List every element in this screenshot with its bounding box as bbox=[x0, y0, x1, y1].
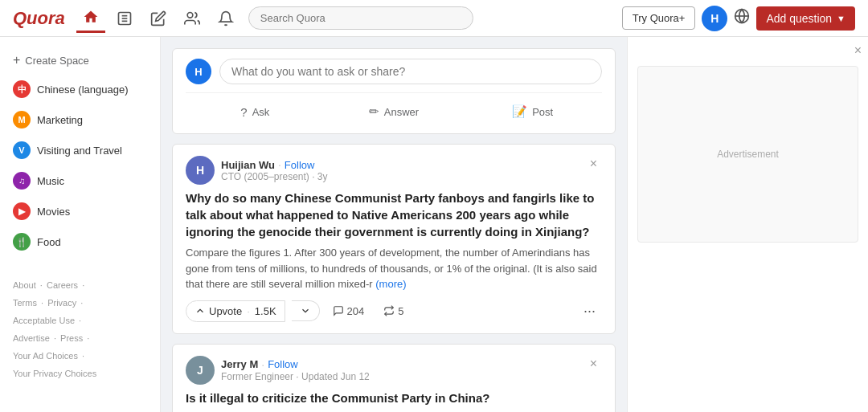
sidebar-item-label-chinese: Chinese (language) bbox=[37, 84, 128, 96]
post1-downvote-button[interactable] bbox=[292, 300, 320, 321]
try-quora-button[interactable]: Try Quora+ bbox=[622, 6, 696, 30]
sidebar-footer: About · Careers · Terms · Privacy · Acce… bbox=[0, 263, 160, 395]
post1-follow-link[interactable]: Follow bbox=[285, 159, 315, 171]
sidebar-item-label-visiting: Visiting and Travel bbox=[37, 145, 122, 157]
answer-icon: ✏ bbox=[369, 104, 379, 119]
post1-dot: · bbox=[278, 158, 281, 171]
sidebar-item-label-food: Food bbox=[37, 236, 61, 248]
post1-title[interactable]: Why do so many Chinese Communist Party f… bbox=[186, 190, 602, 240]
footer-sep1: · bbox=[40, 280, 43, 290]
plus-icon: + bbox=[13, 53, 20, 67]
search-input[interactable] bbox=[248, 6, 473, 30]
post-button[interactable]: 📝 Post bbox=[463, 100, 602, 124]
quora-logo[interactable]: Quora bbox=[13, 8, 65, 29]
footer-sep8: · bbox=[82, 351, 84, 361]
answer-button[interactable]: ✏ Answer bbox=[325, 100, 464, 124]
add-question-label: Add question bbox=[766, 12, 832, 25]
post1-upvote-button[interactable]: Upvote · 1.5K bbox=[186, 300, 285, 322]
footer-acceptable-use[interactable]: Acceptable Use bbox=[13, 316, 75, 325]
post1-author-name: Huijian Wu bbox=[221, 159, 275, 171]
post2-close-button[interactable]: × bbox=[585, 356, 602, 372]
ask-avatar: H bbox=[186, 59, 211, 84]
create-space-button[interactable]: + Create Space bbox=[0, 47, 160, 74]
upvote-label: Upvote bbox=[209, 305, 242, 317]
post2-title[interactable]: Is it illegal to criticize the Communist… bbox=[186, 390, 602, 406]
footer-terms[interactable]: Terms bbox=[13, 298, 37, 308]
footer-press[interactable]: Press bbox=[60, 333, 83, 343]
share-icon bbox=[383, 305, 395, 316]
list-icon-btn[interactable] bbox=[110, 4, 139, 33]
sidebar-item-music[interactable]: ♫ Music bbox=[0, 165, 160, 196]
home-icon-btn[interactable] bbox=[76, 4, 105, 33]
post1-more[interactable]: (more) bbox=[375, 278, 406, 290]
edit-icon-btn[interactable] bbox=[144, 4, 173, 33]
post2-author-meta: Former Engineer · Updated Jun 12 bbox=[221, 371, 370, 382]
post1-dot2: · bbox=[247, 305, 250, 317]
chinese-icon: 中 bbox=[13, 80, 31, 98]
answer-label: Answer bbox=[384, 106, 419, 118]
footer-sep2: · bbox=[82, 280, 84, 290]
right-panel-close-button[interactable]: × bbox=[854, 43, 862, 58]
post-card-1: H Huijian Wu · Follow CTO (2005–present)… bbox=[172, 144, 616, 334]
post1-content: Compare the figures 1. After 300 years o… bbox=[186, 245, 602, 292]
people-icon-btn[interactable] bbox=[178, 4, 207, 33]
ask-box: H ? Ask ✏ Answer 📝 Post bbox=[172, 48, 616, 134]
comment-count: 204 bbox=[347, 305, 365, 317]
ask-icon: ? bbox=[240, 105, 247, 119]
ask-button[interactable]: ? Ask bbox=[186, 100, 325, 124]
footer-privacy[interactable]: Privacy bbox=[47, 298, 76, 308]
sidebar-item-chinese[interactable]: 中 Chinese (language) bbox=[0, 74, 160, 104]
ask-label: Ask bbox=[252, 106, 270, 118]
add-question-button[interactable]: Add question ▼ bbox=[756, 6, 855, 31]
list-icon bbox=[117, 10, 133, 27]
sidebar-item-food[interactable]: 🍴 Food bbox=[0, 226, 160, 257]
main-layout: + Create Space 中 Chinese (language) M Ma… bbox=[0, 37, 868, 412]
globe-icon-btn[interactable] bbox=[734, 8, 750, 28]
footer-sep3: · bbox=[41, 298, 43, 308]
footer-about[interactable]: About bbox=[13, 280, 36, 290]
sidebar-item-visiting[interactable]: V Visiting and Travel bbox=[0, 135, 160, 165]
bell-icon bbox=[218, 10, 234, 27]
avatar[interactable]: H bbox=[702, 6, 727, 31]
edit-icon bbox=[150, 10, 166, 27]
marketing-icon: M bbox=[13, 111, 31, 128]
post1-avatar: H bbox=[186, 156, 215, 185]
footer-sep6: · bbox=[54, 333, 56, 343]
post1-share-button[interactable]: 5 bbox=[377, 301, 410, 321]
post1-more-button[interactable]: ··· bbox=[577, 300, 602, 321]
top-nav: Quora Try Quora+ H Add question ▼ bbox=[0, 0, 868, 37]
chevron-down-icon: ▼ bbox=[837, 14, 845, 23]
footer-careers[interactable]: Careers bbox=[47, 280, 78, 290]
footer-sep4: · bbox=[80, 298, 83, 308]
footer-ad-choices[interactable]: Your Ad Choices bbox=[13, 351, 78, 361]
sidebar-item-marketing[interactable]: M Marketing bbox=[0, 104, 160, 135]
sidebar-item-label-music: Music bbox=[37, 175, 64, 187]
post1-close-button[interactable]: × bbox=[585, 156, 602, 172]
sidebar-item-movies[interactable]: ▶ Movies bbox=[0, 196, 160, 226]
post2-avatar: J bbox=[186, 356, 215, 385]
search-box bbox=[248, 6, 473, 30]
upvote-count: 1.5K bbox=[255, 305, 276, 317]
bell-icon-btn[interactable] bbox=[211, 4, 240, 33]
sidebar: + Create Space 中 Chinese (language) M Ma… bbox=[0, 37, 161, 412]
right-panel: × Advertisement bbox=[627, 37, 868, 412]
post2-follow-link[interactable]: Follow bbox=[268, 358, 298, 370]
footer-sep7: · bbox=[87, 333, 89, 343]
post2-dot: · bbox=[261, 358, 264, 371]
post1-comment-button[interactable]: 204 bbox=[326, 301, 371, 321]
footer-advertise[interactable]: Advertise bbox=[13, 333, 50, 343]
share-count: 5 bbox=[398, 305, 403, 317]
globe-icon bbox=[734, 8, 750, 24]
post-icon: 📝 bbox=[512, 104, 527, 119]
sidebar-item-label-movies: Movies bbox=[37, 206, 70, 218]
movies-icon: ▶ bbox=[13, 202, 31, 220]
ask-input[interactable] bbox=[219, 59, 602, 84]
post1-author-meta: CTO (2005–present) · 3y bbox=[221, 171, 328, 182]
food-icon: 🍴 bbox=[13, 233, 31, 251]
feed: H ? Ask ✏ Answer 📝 Post bbox=[161, 37, 627, 412]
comment-icon bbox=[333, 305, 344, 316]
music-icon: ♫ bbox=[13, 172, 31, 190]
sidebar-item-label-marketing: Marketing bbox=[37, 114, 83, 126]
footer-privacy-choices[interactable]: Your Privacy Choices bbox=[13, 369, 96, 378]
svg-point-4 bbox=[187, 12, 193, 18]
